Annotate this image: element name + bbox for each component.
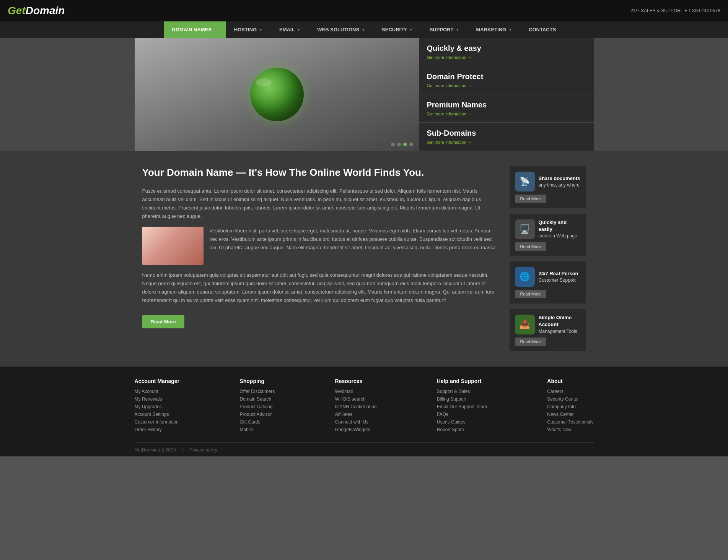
nav-item-marketing[interactable]: MARKETING▼ (467, 21, 520, 38)
footer-link[interactable]: Product Advisor (239, 412, 275, 417)
footer-link[interactable]: News Center (547, 412, 593, 417)
nav-item-label: DOMAIN NAMES (172, 27, 212, 32)
nav-item-label: HOSTING (234, 27, 257, 32)
footer-link[interactable]: My Account (135, 389, 179, 394)
hero-card-3[interactable]: Sub-DomainsGet more information (419, 123, 594, 151)
side-card-icon: 🖥️ (515, 219, 535, 239)
footer-link[interactable]: Billing Support (437, 396, 487, 402)
hero-card-1[interactable]: Domain ProtectGet more information (419, 66, 594, 94)
read-more-button[interactable]: Read More (142, 315, 184, 328)
nav-item-email[interactable]: EMAIL▼ (271, 21, 309, 38)
side-card-text: Share documentsany time, any where (539, 175, 580, 188)
side-card-text: Simple Online AccountManagement Tools (539, 314, 581, 334)
hero-card-link[interactable]: Get more information (427, 140, 586, 144)
footer: Account ManagerMy AccountMy RenewalsMy U… (0, 367, 728, 456)
footer-link[interactable]: Affiliates (335, 412, 377, 417)
footer-bottom-link[interactable]: Privacy policy (189, 447, 217, 453)
side-card-1: 🖥️Quickly and easilycreate a Web pageRea… (510, 214, 586, 256)
footer-columns: Account ManagerMy AccountMy RenewalsMy U… (135, 378, 594, 442)
footer-link[interactable]: My Upgrades (135, 404, 179, 409)
side-card-top: 🌐24/7 Real PersonCustomer Support (515, 267, 581, 287)
footer-link[interactable]: Product Catalog (239, 404, 275, 409)
footer-link[interactable]: My Renewals (135, 396, 179, 402)
footer-link[interactable]: Company Info (547, 404, 593, 409)
side-read-more-button[interactable]: Read More (515, 242, 546, 251)
footer-link[interactable]: WHOIS search (335, 396, 377, 402)
hero-card-link[interactable]: Get more information (427, 83, 586, 88)
main-paragraph1: Fusce euismod consequat ante. Lorem ipsu… (142, 187, 498, 221)
main-content: Your Domain Name — It's How The Online W… (142, 166, 498, 351)
nav-item-label: SECURITY (382, 27, 407, 32)
chevron-down-icon: ▼ (214, 28, 217, 32)
main-paragraph2: Vestibulum libero nisl, porta vel, scele… (210, 227, 498, 259)
footer-link[interactable]: Gift Cards (239, 419, 275, 425)
nav-item-security[interactable]: SECURITY▼ (373, 21, 421, 38)
footer-link[interactable]: What's New (547, 427, 593, 432)
hero-dot-3[interactable] (409, 143, 413, 146)
main-wrapper: Your Domain Name — It's How The Online W… (0, 151, 728, 367)
chevron-down-icon: ▼ (259, 28, 262, 32)
footer-link[interactable]: Customer Information (135, 419, 179, 425)
footer-link[interactable]: Report Spam (437, 427, 487, 432)
footer-bottom-link[interactable]: GetDomain (c) 2013 (135, 447, 176, 453)
footer-link[interactable]: FAQs (437, 412, 487, 417)
side-card-title: Share documents (539, 175, 580, 182)
nav-item-label: EMAIL (279, 27, 295, 32)
logo[interactable]: GetDomain (8, 5, 65, 17)
nav-item-label: MARKETING (476, 27, 506, 32)
side-card-title: Quickly and easily (539, 219, 581, 233)
footer-link[interactable]: Webmail (335, 389, 377, 394)
hero-sidebar: Quickly & easyGet more informationDomain… (419, 38, 594, 151)
side-card-title: 24/7 Real Person (539, 270, 578, 277)
footer-link[interactable]: Gadgets/Widgets (335, 427, 377, 432)
footer-col-title: Resources (335, 378, 377, 384)
hero-section: Quickly & easyGet more informationDomain… (135, 38, 594, 151)
side-card-top: 📥Simple Online AccountManagement Tools (515, 314, 581, 334)
footer-link[interactable]: Mobile (239, 427, 275, 432)
nav-item-hosting[interactable]: HOSTING▼ (226, 21, 271, 38)
nav-item-label: CONTACTS (529, 27, 556, 32)
hero-dot-0[interactable] (391, 143, 395, 146)
nav-item-web-solutions[interactable]: WEB SOLUTIONS▼ (309, 21, 373, 38)
footer-link[interactable]: User's Guides (437, 419, 487, 425)
footer-link[interactable]: Customer Testimonials (547, 419, 593, 425)
footer-col-title: Account Manager (135, 378, 179, 384)
hero-card-2[interactable]: Premium NamesGet more information (419, 94, 594, 123)
side-read-more-button[interactable]: Read More (515, 195, 546, 203)
footer-link[interactable]: Support & Sales (437, 389, 487, 394)
side-card-0: 📡Share documentsany time, any whereRead … (510, 166, 586, 208)
footer-link[interactable]: Security Center (547, 396, 593, 402)
chevron-down-icon: ▼ (362, 28, 365, 32)
hero-card-0[interactable]: Quickly & easyGet more information (419, 38, 594, 66)
footer-link[interactable]: Careers (547, 389, 593, 394)
footer-link[interactable]: Domain Search (239, 396, 275, 402)
hero-dot-1[interactable] (397, 143, 401, 146)
header: GetDomain 24/7 SALES & SUPPORT + 1 800 2… (0, 0, 728, 21)
hero-card-title: Premium Names (427, 101, 586, 109)
side-card-3: 📥Simple Online AccountManagement ToolsRe… (510, 309, 586, 351)
footer-link[interactable]: Order History (135, 427, 179, 432)
main-title: Your Domain Name — It's How The Online W… (142, 166, 498, 179)
footer-link[interactable]: Connect with Us (335, 419, 377, 425)
side-read-more-button[interactable]: Read More (515, 290, 546, 298)
footer-col-2: ResourcesWebmailWHOIS searchICANN Confir… (335, 378, 377, 435)
side-read-more-button[interactable]: Read More (515, 338, 546, 346)
footer-link[interactable]: ICANN Confirmation (335, 404, 377, 409)
footer-link[interactable]: Offer Disclaimers (239, 389, 275, 394)
nav-item-contacts[interactable]: CONTACTS (520, 21, 564, 38)
chevron-down-icon: ▼ (297, 28, 300, 32)
footer-col-3: Help and SupportSupport & SalesBilling S… (437, 378, 487, 435)
footer-link[interactable]: Account Settings (135, 412, 179, 417)
footer-bottom: GetDomain (c) 2013|Privacy policy (135, 442, 594, 453)
footer-col-1: ShoppingOffer DisclaimersDomain SearchPr… (239, 378, 275, 435)
nav-item-domain-names[interactable]: DOMAIN NAMES▼ (164, 21, 226, 38)
footer-link[interactable]: Email Our Support Team (437, 404, 487, 409)
logo-text: GetDomain (8, 5, 65, 16)
hero-dot-2[interactable] (403, 143, 407, 146)
hero-card-link[interactable]: Get more information (427, 55, 586, 60)
nav-item-support[interactable]: SUPPORT▼ (421, 21, 468, 38)
footer-col-title: Shopping (239, 378, 275, 384)
main-sidebar: 📡Share documentsany time, any whereRead … (510, 166, 586, 351)
footer-separator: | (182, 447, 183, 453)
hero-card-link[interactable]: Get more information (427, 112, 586, 116)
